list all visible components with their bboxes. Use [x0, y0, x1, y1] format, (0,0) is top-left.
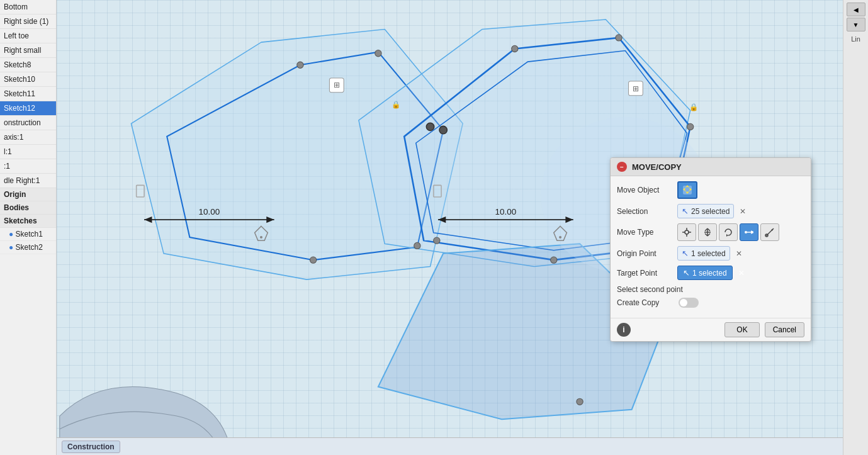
right-sidebar: ◀ ▼ Lin [843, 0, 868, 455]
origin-point-label: Origin Point [617, 249, 674, 258]
panel-header: − MOVE/COPY [611, 158, 811, 176]
origin-point-row: Origin Point ↖ 1 selected ✕ [617, 246, 804, 261]
ok-button[interactable]: OK [724, 322, 759, 337]
sidebar-section-bodies: Bodies [0, 201, 56, 215]
select-second-point-hint: Select second point [617, 285, 804, 294]
move-type-btn-2[interactable] [719, 223, 738, 241]
sidebar-sub-sketch2[interactable]: ● Sketch2 [0, 241, 56, 254]
move-object-icon [682, 184, 693, 196]
svg-point-12 [512, 45, 518, 52]
right-sidebar-collapse-btn[interactable]: ◀ [847, 3, 865, 16]
svg-text:10.00: 10.00 [199, 207, 220, 216]
right-sidebar-label: Lin [851, 35, 860, 43]
svg-point-43 [685, 230, 689, 234]
svg-point-31 [260, 236, 262, 239]
sidebar-item-l1: l:1 [0, 145, 56, 159]
svg-text:⊞: ⊞ [334, 81, 340, 89]
svg-rect-38 [137, 185, 144, 197]
canvas-area[interactable]: ⊞ ⊞ 🔒 🔒 10.00 10.00 [57, 0, 843, 455]
move-type-row: Move Type [617, 223, 804, 241]
target-point-box: ↖ 1 selected [677, 266, 733, 280]
sidebar-item-sketch12[interactable]: Sketch12 [0, 101, 56, 116]
rotate-icon [723, 227, 733, 237]
point-to-point-icon [744, 227, 754, 237]
target-point-row: Target Point ↖ 1 selected ✕ [617, 266, 804, 280]
sidebar-item-sketch8[interactable]: Sketch8 [0, 58, 56, 72]
selection-row: Selection ↖ 25 selected ✕ [617, 204, 804, 218]
origin-clear-button[interactable]: ✕ [734, 249, 744, 259]
sidebar-item-bottom[interactable]: Bottom [0, 0, 56, 14]
sidebar-item-1: :1 [0, 159, 56, 174]
sidebar-section-sketches: Sketches [0, 215, 56, 228]
svg-point-55 [745, 231, 747, 233]
sidebar-sub-sketch1[interactable]: ● Sketch1 [0, 228, 56, 241]
svg-text:🔒: 🔒 [689, 103, 699, 111]
selection-cursor-icon: ↖ [682, 206, 689, 216]
move-type-label: Move Type [617, 228, 674, 237]
translate-icon [702, 227, 713, 237]
left-sidebar: Bottom Right side (1) Left toe Right sma… [0, 0, 57, 455]
sidebar-item-sketch10[interactable]: Sketch10 [0, 72, 56, 87]
target-point-value: 1 selected [692, 269, 727, 278]
move-object-label: Move Object [617, 186, 674, 194]
sidebar-section-origin: Origin [0, 188, 56, 201]
sidebar-item-construction: onstruction [0, 116, 56, 130]
sidebar-item-right-small[interactable]: Right small [0, 43, 56, 58]
move-copy-panel: − MOVE/COPY Move Object Selection ↖ [610, 157, 811, 342]
target-clear-button[interactable]: ✕ [736, 268, 747, 278]
svg-point-8 [375, 50, 381, 57]
move-object-row: Move Object [617, 181, 804, 199]
move-type-btn-0[interactable] [677, 223, 696, 241]
construction-tag: Construction [62, 441, 120, 453]
sketch2-dot: ● [9, 243, 13, 252]
selection-value: 25 selected [691, 207, 730, 216]
svg-point-7 [297, 62, 303, 68]
target-cursor-icon: ↖ [683, 268, 690, 278]
svg-marker-27 [144, 216, 152, 223]
svg-point-14 [687, 123, 693, 130]
selection-clear-button[interactable]: ✕ [738, 206, 748, 216]
cancel-button[interactable]: Cancel [765, 322, 804, 337]
move-type-btn-4[interactable] [760, 223, 779, 241]
sidebar-item-sketch11[interactable]: Sketch11 [0, 87, 56, 101]
svg-text:🔒: 🔒 [392, 100, 401, 109]
svg-point-17 [434, 237, 440, 244]
svg-text:10.00: 10.00 [495, 207, 517, 216]
sketch1-dot: ● [9, 230, 13, 239]
panel-footer: i OK Cancel [611, 318, 811, 341]
move-type-buttons [677, 223, 779, 241]
svg-point-18 [426, 123, 434, 130]
move-type-btn-3[interactable] [740, 223, 758, 241]
create-copy-toggle[interactable] [679, 298, 699, 308]
svg-point-13 [616, 35, 622, 41]
origin-cursor-icon: ↖ [682, 249, 689, 258]
selection-box: ↖ 25 selected [677, 204, 734, 218]
right-sidebar-dropdown-btn[interactable]: ▼ [847, 18, 865, 31]
create-copy-row: Create Copy [617, 298, 804, 308]
point-ref-icon [765, 227, 775, 237]
panel-close-icon[interactable]: − [617, 162, 627, 172]
sidebar-item-left-toe[interactable]: Left toe [0, 29, 56, 43]
move-icon [682, 227, 692, 237]
move-type-btn-1[interactable] [698, 223, 717, 241]
sidebar-item-right-side[interactable]: Right side (1) [0, 14, 56, 29]
move-object-button[interactable] [677, 181, 697, 199]
panel-body: Move Object Selection ↖ 25 selected ✕ [611, 176, 811, 318]
selection-label: Selection [617, 207, 674, 216]
svg-marker-54 [726, 234, 728, 237]
sidebar-item-idle: dle Right:1 [0, 174, 56, 188]
origin-point-value: 1 selected [691, 249, 726, 258]
bottom-bar: Construction [57, 437, 843, 455]
create-copy-label: Create Copy [617, 298, 674, 307]
target-point-label: Target Point [617, 269, 674, 278]
svg-point-37 [559, 236, 561, 239]
svg-point-40 [577, 398, 583, 405]
origin-point-box: ↖ 1 selected [677, 246, 730, 261]
svg-point-11 [310, 257, 316, 263]
svg-point-16 [551, 257, 557, 263]
info-button[interactable]: i [617, 323, 631, 337]
svg-point-19 [439, 126, 447, 133]
svg-point-10 [414, 242, 420, 249]
svg-marker-58 [751, 230, 753, 234]
sidebar-item-axis: axis:1 [0, 130, 56, 145]
